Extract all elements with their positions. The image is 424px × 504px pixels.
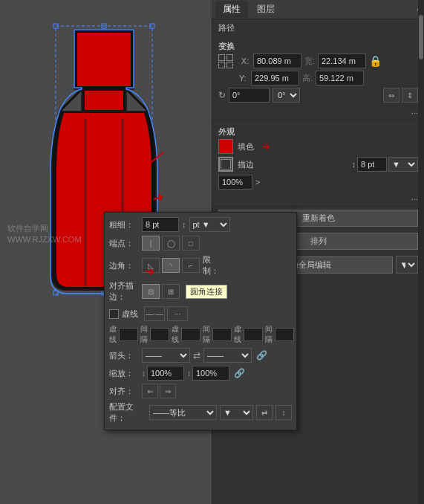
- sp-profile-select[interactable]: ——等比: [149, 405, 217, 420]
- watermark: 软件自学网 WWW.RJZXW.COM: [7, 223, 82, 246]
- fill-row: 填色 ➜: [218, 139, 418, 154]
- sp-endpoint-square-btn[interactable]: □: [182, 236, 200, 251]
- mirror-h-btn[interactable]: ⇔: [383, 88, 399, 103]
- height-label: 高:: [302, 73, 313, 84]
- rotation-input[interactable]: [229, 88, 270, 103]
- rotation-icon: ↻: [218, 90, 226, 100]
- sp-arrow-start-select[interactable]: ——: [142, 348, 190, 363]
- appearance-title: 外观: [218, 123, 418, 139]
- sp-endpoint-label: 端点：: [109, 238, 139, 249]
- sp-align-icons: ⊟ ⊞: [142, 284, 180, 299]
- sp-arrow-label: 箭头：: [109, 350, 139, 361]
- tab-properties[interactable]: 属性: [215, 1, 248, 18]
- sp-dashed-pattern-1[interactable]: —·—: [144, 306, 165, 321]
- svg-rect-10: [77, 33, 131, 86]
- x-input[interactable]: [253, 54, 301, 68]
- sp-corner-bevel-btn[interactable]: ⌐: [182, 258, 200, 273]
- sp-scale-start: ↕: [142, 366, 184, 381]
- sp-weight-input[interactable]: [142, 217, 179, 232]
- sp-dashed-pattern-2[interactable]: ···: [167, 306, 188, 321]
- x-label: X:: [240, 56, 250, 65]
- sp-align-inside-btn[interactable]: ⊞: [162, 284, 180, 299]
- sp-align-right-btn[interactable]: ⇒: [160, 384, 176, 398]
- width-input[interactable]: [318, 54, 366, 68]
- rotation-row: ↻ 0° ⇔ ⇕: [218, 88, 418, 103]
- sp-weight-label: 粗细：: [109, 219, 139, 230]
- stroke-row: 描边 ↕ ▼: [218, 157, 418, 172]
- sp-weight-dropdown[interactable]: pt ▼: [189, 217, 230, 232]
- mirror-v-btn[interactable]: ⇕: [402, 88, 418, 103]
- y-label: Y:: [238, 74, 248, 83]
- sp-endpoint-round-btn[interactable]: ◯: [162, 236, 180, 251]
- stroke-size-input[interactable]: [357, 157, 387, 172]
- sp-endpoint-flat-btn[interactable]: |: [142, 236, 160, 251]
- sp-dashed-pattern-btns: —·— ···: [144, 306, 188, 321]
- lock-icon[interactable]: 🔒: [369, 55, 382, 67]
- sp-dash-2[interactable]: [181, 328, 200, 341]
- panel-scrollbar[interactable]: [418, 0, 424, 504]
- sp-dash-3[interactable]: [244, 328, 263, 341]
- sp-endpoint-row: 端点： | ◯ □: [109, 236, 292, 251]
- transform-y-row: Y: 高:: [218, 71, 418, 85]
- height-input[interactable]: [316, 71, 364, 85]
- stroke-label: 描边: [238, 159, 254, 170]
- sp-endpoint-icons: | ◯ □: [142, 236, 200, 251]
- sp-arrow-row: 箭头： —— ⇄ —— 🔗: [109, 348, 292, 363]
- sp-gap-1[interactable]: [150, 328, 169, 341]
- tab-layers[interactable]: 图层: [249, 1, 282, 18]
- opacity-input[interactable]: [218, 175, 252, 190]
- appearance-section: 外观 填色 ➜ 描边 ↕ ▼ > ...: [212, 120, 424, 207]
- sp-dash-inputs-row: 虚线 间隔 虚线 间隔 虚线 间隔: [109, 324, 292, 345]
- sp-arrow-align-row: 对齐： ⇐ ⇒: [109, 384, 292, 398]
- transform-more-btn[interactable]: ...: [218, 105, 418, 117]
- transform-section: 变换 X: 宽: 🔒 Y: 高:: [212, 35, 424, 120]
- transform-x-row: X: 宽: 🔒: [218, 54, 418, 68]
- stroke-color-box[interactable]: [218, 157, 233, 172]
- stroke-dropdown[interactable]: ▼: [388, 157, 418, 172]
- sp-scale-link-icon[interactable]: 🔗: [234, 368, 245, 378]
- sp-scale-row: 缩放： ↕ ↕ 🔗: [109, 366, 292, 381]
- sp-dash-1[interactable]: [119, 328, 138, 341]
- panel-tabs: 属性 图层 «: [212, 0, 424, 19]
- sp-profile-row: 配置文件： ——等比 ▼ ⇄ ↕: [109, 401, 292, 424]
- mirror-icons: ⇔ ⇕: [383, 88, 418, 103]
- sp-profile-flip-btn[interactable]: ⇄: [256, 405, 273, 420]
- sp-corner-row: 边角： ◺ ◝ ⌐ 限制：: [109, 254, 292, 277]
- sp-scale-end-input[interactable]: [192, 366, 229, 381]
- scrollbar-thumb: [419, 15, 423, 59]
- sp-limit-label: 限制：: [203, 254, 225, 277]
- sp-arrow-align-label: 对齐：: [109, 386, 139, 397]
- sp-profile-mirror-btn[interactable]: ↕: [275, 405, 292, 420]
- appearance-more-btn[interactable]: ...: [218, 191, 418, 203]
- sp-align-center-btn[interactable]: ⊟: [142, 284, 160, 299]
- sp-scale-label: 缩放：: [109, 368, 139, 379]
- path-label: 路径: [212, 19, 424, 35]
- fill-color-swatch[interactable]: [218, 139, 233, 154]
- edit-dropdown[interactable]: ▼: [396, 256, 418, 274]
- opacity-arrow[interactable]: >: [255, 178, 260, 187]
- sp-arrow-exchange-icon[interactable]: ⇄: [193, 350, 200, 361]
- sp-arrow-link-icon[interactable]: 🔗: [256, 350, 267, 361]
- sp-gap-3[interactable]: [275, 328, 294, 341]
- sp-align-left-btn[interactable]: ⇐: [142, 384, 158, 398]
- sp-profile-label: 配置文件：: [109, 401, 146, 424]
- sp-corner-label: 边角：: [109, 260, 139, 271]
- sp-dashed-row: 虚线 —·— ···: [109, 306, 292, 321]
- fill-label: 填色: [238, 141, 254, 152]
- sp-arrow-end-select[interactable]: ——: [203, 348, 252, 363]
- sp-dashed-checkbox[interactable]: [109, 309, 119, 319]
- sp-scale-end: ↕: [187, 366, 229, 381]
- svg-rect-12: [85, 91, 123, 110]
- sp-scale-start-input[interactable]: [147, 366, 184, 381]
- sp-profile-unit-select[interactable]: ▼: [220, 405, 253, 420]
- sp-gap-2[interactable]: [212, 328, 232, 341]
- stroke-panel: 粗细： ↕ pt ▼ 端点： | ◯ □ 边角： ◺ ◝ ⌐ 限制： 对齐描边：…: [104, 212, 297, 430]
- sp-align-row: 对齐描边： ⊟ ⊞ 圆角连接: [109, 280, 292, 303]
- width-label: 宽:: [304, 56, 315, 67]
- rotation-dropdown[interactable]: 0°: [273, 88, 300, 103]
- sp-dashed-label: 虚线: [122, 308, 138, 320]
- transform-title: 变换: [218, 38, 418, 54]
- fill-arrow-indicator: ➜: [261, 140, 270, 152]
- y-input[interactable]: [251, 71, 299, 85]
- sp-corner-round-btn[interactable]: ◝: [162, 258, 180, 273]
